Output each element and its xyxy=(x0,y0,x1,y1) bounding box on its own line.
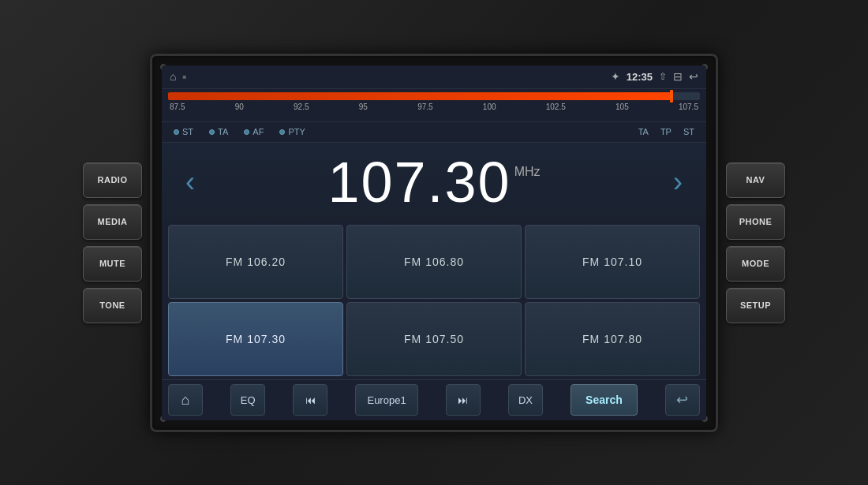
freq-prev-button[interactable]: ‹ xyxy=(185,166,195,199)
back-status-icon: ↩ xyxy=(689,70,698,83)
freq-tick-1025: 102.5 xyxy=(546,103,566,111)
freq-next-button[interactable]: › xyxy=(673,166,683,199)
pty-dot xyxy=(279,129,285,135)
window-icon: ⊟ xyxy=(673,70,683,83)
bluetooth-icon: ✦ xyxy=(611,70,620,83)
st-label: ST xyxy=(182,127,193,136)
expand-icon: ⇧ xyxy=(659,71,667,82)
nav-button[interactable]: NAV xyxy=(726,162,785,198)
car-surround: RADIO MEDIA MUTE TONE ⌂ ■ ✦ 12:35 ⇧ ⊟ xyxy=(0,0,868,485)
dot-icon: ■ xyxy=(182,73,186,80)
mute-button[interactable]: MUTE xyxy=(83,246,142,282)
freq-progress-fill xyxy=(168,92,673,100)
ta-right-label: TA xyxy=(638,127,649,136)
freq-value-container: 107.30 MHz xyxy=(327,154,540,211)
media-button[interactable]: MEDIA xyxy=(83,204,142,240)
preset-1[interactable]: FM 106.20 xyxy=(168,225,343,299)
ta-label: TA xyxy=(218,127,228,136)
freq-unit: MHz xyxy=(514,165,541,179)
freq-tick-975: 97.5 xyxy=(417,103,432,111)
status-time: 12:35 xyxy=(627,71,653,83)
home-status-icon: ⌂ xyxy=(170,70,176,83)
radio-options: ST TA AF PTY TA TP ST xyxy=(162,122,706,143)
pty-label: PTY xyxy=(288,127,305,136)
radio-button[interactable]: RADIO xyxy=(83,162,142,198)
freq-tick-100: 100 xyxy=(483,103,496,111)
radio-opt-st[interactable]: ST xyxy=(174,127,193,136)
status-bar-right: ✦ 12:35 ⇧ ⊟ ↩ xyxy=(611,70,698,83)
main-screen: ⌂ ■ ✦ 12:35 ⇧ ⊟ ↩ 87.5 xyxy=(162,65,706,420)
search-button[interactable]: Search xyxy=(571,384,638,416)
radio-opts-right: TA TP ST xyxy=(638,127,694,136)
preset-6[interactable]: FM 107.80 xyxy=(525,302,700,376)
freq-tick-1075: 107.5 xyxy=(679,103,698,111)
setup-button[interactable]: SETUP xyxy=(726,288,785,323)
freq-scale: 87.5 90 92.5 95 97.5 100 102.5 105 107.5 xyxy=(168,103,700,111)
left-button-panel: RADIO MEDIA MUTE TONE xyxy=(83,162,142,323)
freq-progress-bar[interactable] xyxy=(168,92,700,100)
tp-right-label: TP xyxy=(660,127,672,136)
preset-5[interactable]: FM 107.50 xyxy=(346,302,522,376)
dx-button[interactable]: DX xyxy=(508,384,543,416)
radio-opt-ta[interactable]: TA xyxy=(209,127,228,136)
radio-opt-af[interactable]: AF xyxy=(244,127,264,136)
preset-2[interactable]: FM 106.80 xyxy=(346,225,522,299)
station-name-button[interactable]: Europe1 xyxy=(355,384,417,416)
freq-bar-container: 87.5 90 92.5 95 97.5 100 102.5 105 107.5 xyxy=(162,89,706,122)
freq-number: 107.30 xyxy=(327,154,511,211)
status-bar: ⌂ ■ ✦ 12:35 ⇧ ⊟ ↩ xyxy=(162,65,706,89)
next-track-button[interactable]: ⏭ xyxy=(446,384,481,416)
tone-button[interactable]: TONE xyxy=(83,288,142,323)
preset-4[interactable]: FM 107.30 xyxy=(168,302,343,376)
freq-tick-95: 95 xyxy=(359,103,368,111)
freq-tick-90: 90 xyxy=(235,103,244,111)
st-right-label: ST xyxy=(683,127,694,136)
freq-tick-105: 105 xyxy=(615,103,629,111)
freq-display: ‹ 107.30 MHz › xyxy=(162,143,706,222)
home-toolbar-button[interactable]: ⌂ xyxy=(168,384,203,416)
phone-button[interactable]: PHONE xyxy=(726,204,785,240)
eq-button[interactable]: EQ xyxy=(230,384,265,416)
ta-dot xyxy=(209,129,215,135)
prev-track-button[interactable]: ⏮ xyxy=(293,384,327,416)
freq-tick-925: 92.5 xyxy=(294,103,309,111)
mode-button[interactable]: MODE xyxy=(726,246,785,282)
preset-3[interactable]: FM 107.10 xyxy=(525,225,700,299)
status-bar-left: ⌂ ■ xyxy=(170,70,186,83)
radio-opt-pty[interactable]: PTY xyxy=(279,127,305,136)
af-label: AF xyxy=(253,127,264,136)
presets-grid: FM 106.20 FM 106.80 FM 107.10 FM 107.30 … xyxy=(162,222,706,379)
freq-marker xyxy=(670,90,673,103)
af-dot xyxy=(244,129,249,135)
back-toolbar-button[interactable]: ↩ xyxy=(665,384,700,416)
screen-bezel: ⌂ ■ ✦ 12:35 ⇧ ⊟ ↩ 87.5 xyxy=(150,54,718,432)
bottom-toolbar: ⌂ EQ ⏮ Europe1 ⏭ DX Search ↩ xyxy=(162,379,706,420)
freq-tick-875: 87.5 xyxy=(170,103,185,111)
st-dot xyxy=(174,129,179,135)
right-button-panel: NAV PHONE MODE SETUP xyxy=(726,162,785,323)
